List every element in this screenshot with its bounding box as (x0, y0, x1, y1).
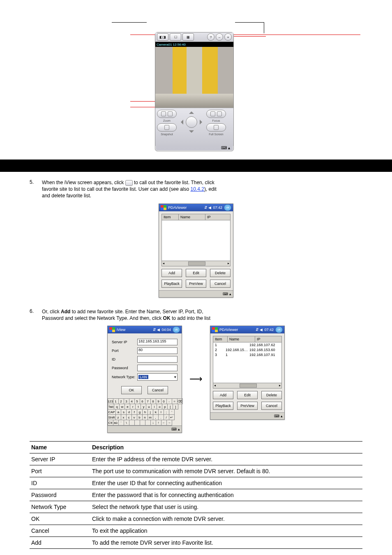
control-panel: Zoom Snapshot Focus Full Screen (155, 108, 233, 146)
zoom-label: Zoom (163, 119, 171, 122)
clock: 04:04 (161, 328, 171, 332)
ok-button[interactable]: ok (224, 204, 231, 211)
field-description-table: NameDescriptionServer IPEnter the IP add… (30, 441, 362, 549)
hallway-image (155, 47, 233, 108)
quad-view-icon[interactable]: ▦ (182, 33, 194, 41)
h-scrollbar[interactable]: ◂▸ (161, 261, 231, 266)
signal-icon: ⇵ ◀ (153, 328, 160, 332)
pda-mockup: ◧◨ ☐ ▦ ? – × Camera01 12:56:40 Zoom (155, 32, 234, 151)
close-icon[interactable]: × (224, 33, 232, 41)
edit-button[interactable]: Edit (186, 269, 206, 277)
h-scrollbar[interactable]: ◂▸ (213, 383, 282, 388)
focus-buttons[interactable] (206, 110, 226, 118)
corner-callout-left (112, 22, 147, 31)
ok-button[interactable]: OK (121, 386, 142, 394)
table-body (161, 220, 231, 261)
expand-icon[interactable]: ▴ (178, 427, 180, 431)
preview-button[interactable]: PreView (186, 280, 206, 288)
id-input[interactable] (137, 356, 178, 363)
port-label: Port (112, 349, 137, 353)
keyboard-icon[interactable]: ⌨ (223, 292, 228, 296)
zoom-buttons[interactable] (157, 110, 177, 118)
desc-row: IDEnter the user ID that for connecting … (30, 477, 362, 489)
desc-row: PortThe port use to communication with r… (30, 465, 362, 477)
chevron-down-icon: ▾ (174, 375, 176, 379)
desc-row: OKClick to make a connection with remote… (30, 513, 362, 525)
arrow-right-icon: ⟶ (189, 374, 203, 384)
delete-button[interactable]: Delete (210, 269, 231, 277)
desc-row: Server IPEnter the IP address of the rem… (30, 453, 362, 465)
desc-row: CancelTo exit the application (30, 525, 362, 536)
password-label: Password (112, 366, 137, 370)
step-number: 5. (30, 179, 34, 185)
step6-text-a: Or, click (42, 309, 61, 314)
video-area: Camera01 12:56:40 (155, 42, 233, 108)
step-5: 5. When the iView screen appears, click … (42, 179, 362, 199)
port-input[interactable]: 80 (137, 347, 178, 354)
table-row[interactable]: 1192.168.107.62 (213, 342, 281, 347)
keyboard-icon[interactable]: ⌨ (171, 427, 177, 431)
clock: 07:42 (213, 206, 222, 210)
section-band (0, 160, 392, 172)
keyboard-icon[interactable]: ⌨ (274, 414, 279, 418)
connect-icon[interactable]: ◧◨ (157, 33, 168, 41)
ptz-dpad[interactable] (179, 110, 204, 134)
ok-button[interactable]: ok (173, 326, 180, 333)
expand-icon[interactable]: ▴ (281, 414, 283, 418)
step-6: 6. Or, click Add to add new favorite sit… (42, 308, 362, 321)
favorite-list-window: PDAViewer ⇵ ◀ 07:42 ok Item Name IP ◂▸ A… (159, 204, 233, 298)
step-number: 6. (30, 308, 34, 314)
favorite-icon[interactable] (125, 180, 133, 186)
expand-icon[interactable]: ▴ (229, 292, 231, 296)
password-input[interactable] (137, 365, 178, 371)
col-ip: IP (205, 214, 230, 220)
soft-keyboard[interactable]: 1231234567890-=⌫Tabqwertyuiop[]CAPasdfgh… (108, 398, 182, 426)
callout-line (130, 107, 157, 107)
network-type-select[interactable]: LAN▾ (137, 373, 178, 381)
playback-button[interactable]: PlayBack (213, 402, 233, 410)
step6-text-c: to add into the list (172, 315, 210, 321)
link-10-4-2[interactable]: 10.4.2 (191, 186, 204, 192)
camera-osd: Camera01 12:56:40 (157, 43, 186, 46)
playback-button[interactable]: PlayBack (161, 280, 182, 288)
id-label: ID (112, 357, 137, 361)
signal-icon: ⇵ ◀ (204, 206, 212, 210)
delete-button[interactable]: Delete (261, 391, 282, 399)
sip-toggle[interactable]: ⌨ ▴ (221, 146, 230, 150)
server-ip-input[interactable]: 182.165.163.155 (137, 339, 178, 345)
col-ip: IP (255, 336, 281, 342)
server-ip-label: Server IP (112, 340, 137, 344)
add-button[interactable]: Add (213, 391, 233, 399)
col-name: Name (228, 336, 255, 342)
window-title: PDAViewer (219, 328, 238, 332)
cancel-button[interactable]: Cancel (148, 386, 168, 394)
snapshot-button[interactable] (157, 123, 177, 132)
desc-row: PasswordEnter the password that is for c… (30, 489, 362, 501)
cancel-button[interactable]: Cancel (210, 280, 231, 288)
taskbar: ⌨▴ (108, 426, 182, 432)
window-title: PDAViewer (168, 206, 187, 210)
taskbar: ⌨▴ (159, 290, 233, 297)
device-preview: ◧◨ ☐ ▦ ? – × Camera01 12:56:40 Zoom (130, 25, 262, 152)
table-row[interactable]: 2192.168.15…192.168.153.60 (213, 347, 281, 352)
single-view-icon[interactable]: ☐ (170, 33, 181, 41)
desc-row: AddTo add the remote DVR server into Fav… (30, 536, 362, 548)
windows-logo-icon (109, 327, 115, 332)
preview-button[interactable]: PreView (237, 402, 258, 410)
step5-text-a: When the iView screen appears, click (42, 180, 125, 185)
clock: 07:42 (264, 328, 274, 332)
cancel-button[interactable]: Cancel (261, 402, 282, 410)
edit-button[interactable]: Edit (237, 391, 258, 399)
table-row[interactable]: 31192.168.107.91 (213, 352, 281, 357)
ok-button[interactable]: ok (275, 326, 283, 333)
fullscreen-button[interactable] (206, 123, 226, 132)
titlebar: iView ⇵ ◀ 04:04 ok (108, 326, 182, 333)
table-body: 1192.168.107.622192.168.15…192.168.153.6… (213, 342, 282, 383)
add-button[interactable]: Add (161, 269, 182, 277)
desc-row: Network TypeSelect the network type that… (30, 501, 362, 513)
help-icon[interactable]: ? (207, 33, 214, 41)
minimize-icon[interactable]: – (216, 33, 223, 41)
col-item: Item (162, 214, 179, 220)
col-item: Item (213, 336, 228, 342)
col-name: Name (179, 214, 205, 220)
